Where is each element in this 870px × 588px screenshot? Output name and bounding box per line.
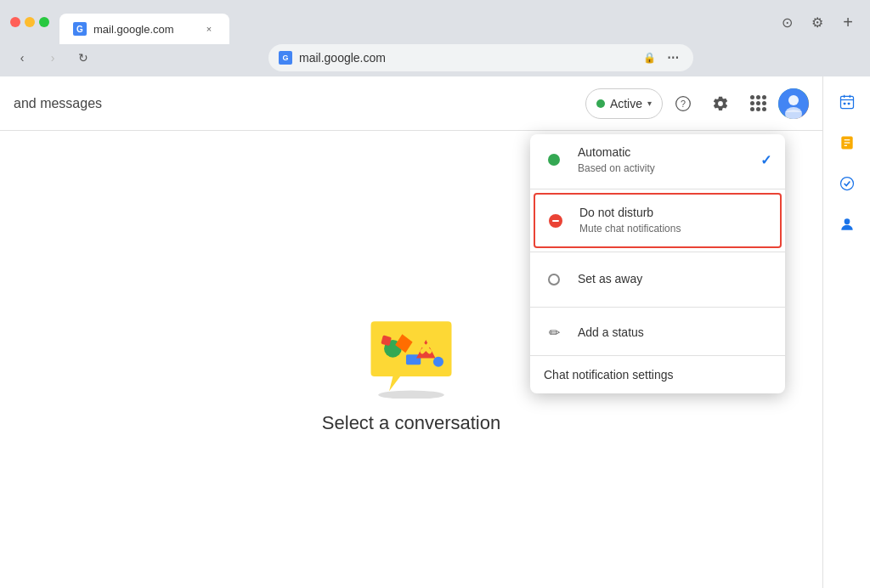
tab-close-button[interactable]: × (202, 22, 216, 36)
reload-button[interactable]: ↻ (71, 46, 95, 70)
address-text: mail.google.com (299, 51, 636, 65)
browser-traffic-lights (10, 17, 49, 27)
contacts-icon (839, 216, 856, 233)
notification-settings-item[interactable]: Chat notification settings (530, 355, 785, 393)
active-chevron-icon: ▾ (647, 99, 652, 108)
lock-icon: 🔒 (643, 52, 656, 64)
right-sidebar (822, 76, 870, 588)
svg-point-12 (433, 356, 443, 366)
automatic-icon (544, 150, 564, 170)
address-bar[interactable]: G mail.google.com 🔒 ⋯ (268, 44, 693, 71)
check-icon (839, 175, 856, 192)
grid-icon (750, 95, 766, 111)
add-status-item[interactable]: ✏ Add a status (530, 311, 785, 355)
do-not-disturb-item[interactable]: Do not disturb Mute chat notifications (535, 195, 780, 246)
pencil-icon-container: ✏ (544, 323, 564, 343)
dnd-text: Do not disturb Mute chat notifications (579, 205, 770, 235)
help-button[interactable]: ? (666, 87, 700, 121)
browser-chrome: G mail.google.com × ⊙ ⚙ + (0, 0, 870, 44)
automatic-subtitle: Based on activity (578, 161, 747, 176)
dnd-subtitle: Mute chat notifications (579, 222, 770, 236)
settings-button[interactable] (703, 87, 737, 121)
sidebar-check-button[interactable] (830, 167, 864, 201)
set-as-away-item[interactable]: Set as away (530, 256, 785, 303)
header-text: and messages (14, 96, 102, 111)
svg-rect-19 (847, 103, 850, 105)
settings-icon (712, 95, 729, 112)
new-tab-icon[interactable]: + (839, 14, 856, 31)
svg-point-25 (844, 218, 850, 224)
svg-rect-18 (843, 103, 845, 105)
dnd-circle-icon (549, 214, 562, 228)
automatic-text: Automatic Based on activity (578, 144, 747, 175)
status-dropdown-menu: Automatic Based on activity ✓ Do not dis… (530, 134, 785, 393)
chat-illustration (360, 318, 462, 399)
address-bar-row: ‹ › ↻ G mail.google.com 🔒 ⋯ (0, 44, 870, 76)
sidebar-contacts-button[interactable] (830, 207, 864, 241)
automatic-status-item[interactable]: Automatic Based on activity ✓ (530, 134, 785, 185)
away-circle-icon (548, 274, 560, 286)
back-button[interactable]: ‹ (10, 46, 34, 70)
tab-bar: G mail.google.com × (59, 0, 860, 44)
green-dot-icon (548, 154, 560, 166)
address-more-button[interactable]: ⋯ (663, 48, 683, 68)
active-tab[interactable]: G mail.google.com × (59, 14, 229, 44)
avatar-svg (778, 88, 809, 119)
select-conversation-text: Select a conversation (322, 412, 500, 434)
add-status-title: Add a status (578, 325, 644, 342)
app-container: and messages Active ▾ ? (0, 76, 870, 588)
maximize-dot (39, 17, 49, 27)
apps-button[interactable] (741, 87, 775, 121)
tab-favicon: G (73, 22, 87, 36)
close-dot (10, 17, 20, 27)
svg-point-3 (788, 95, 799, 105)
away-title: Set as away (578, 271, 771, 288)
menu-divider-2 (530, 252, 785, 252)
menu-divider-1 (530, 189, 785, 189)
active-checkmark: ✓ (760, 152, 771, 168)
help-icon: ? (675, 95, 692, 112)
active-label: Active (610, 97, 642, 110)
avatar-image (778, 88, 809, 119)
svg-point-24 (840, 178, 853, 190)
app-header: and messages Active ▾ ? (0, 76, 822, 131)
away-icon (544, 269, 564, 290)
svg-point-5 (378, 390, 444, 399)
calendar-icon (839, 93, 856, 110)
browser-controls: ⊙ ⚙ + (778, 14, 856, 31)
dnd-title: Do not disturb (579, 205, 770, 222)
sidebar-calendar-button[interactable] (830, 85, 864, 119)
pencil-icon: ✏ (549, 325, 560, 341)
menu-divider-3 (530, 307, 785, 308)
active-status-dot (596, 99, 605, 108)
active-status-button[interactable]: Active ▾ (585, 88, 663, 119)
header-right: Active ▾ ? (585, 87, 809, 121)
automatic-title: Automatic (578, 144, 747, 161)
address-favicon: G (279, 51, 292, 65)
forward-button[interactable]: › (41, 46, 65, 70)
svg-text:?: ? (681, 99, 686, 109)
header-left: and messages (14, 96, 585, 111)
browser-settings-icon[interactable]: ⚙ (809, 14, 826, 31)
tab-title: mail.google.com (93, 23, 195, 36)
user-avatar[interactable] (778, 88, 809, 119)
svg-rect-14 (840, 96, 853, 108)
tasks-icon (839, 134, 856, 151)
away-text: Set as away (578, 271, 771, 288)
sidebar-tasks-button[interactable] (830, 126, 864, 160)
dnd-icon-container (545, 211, 566, 231)
history-icon[interactable]: ⊙ (778, 14, 795, 31)
notification-settings-text: Chat notification settings (544, 368, 771, 382)
minimize-dot (25, 17, 35, 27)
